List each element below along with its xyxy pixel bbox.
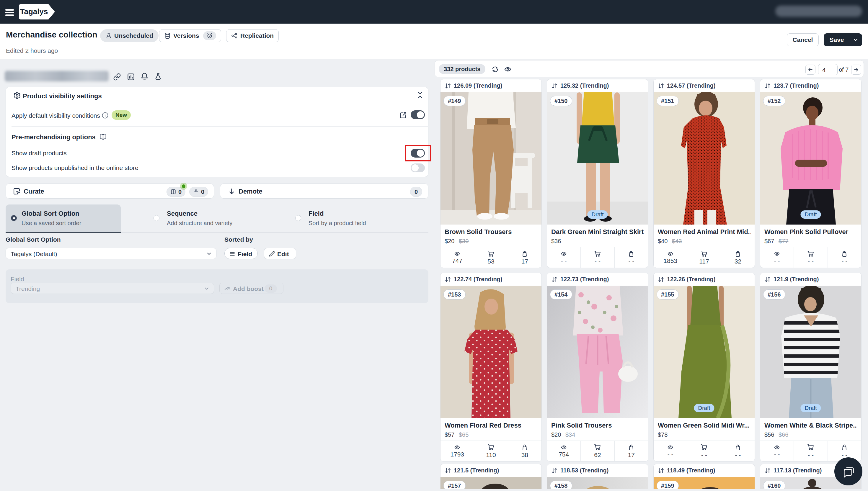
svg-text:Tagalys: Tagalys bbox=[20, 7, 48, 16]
